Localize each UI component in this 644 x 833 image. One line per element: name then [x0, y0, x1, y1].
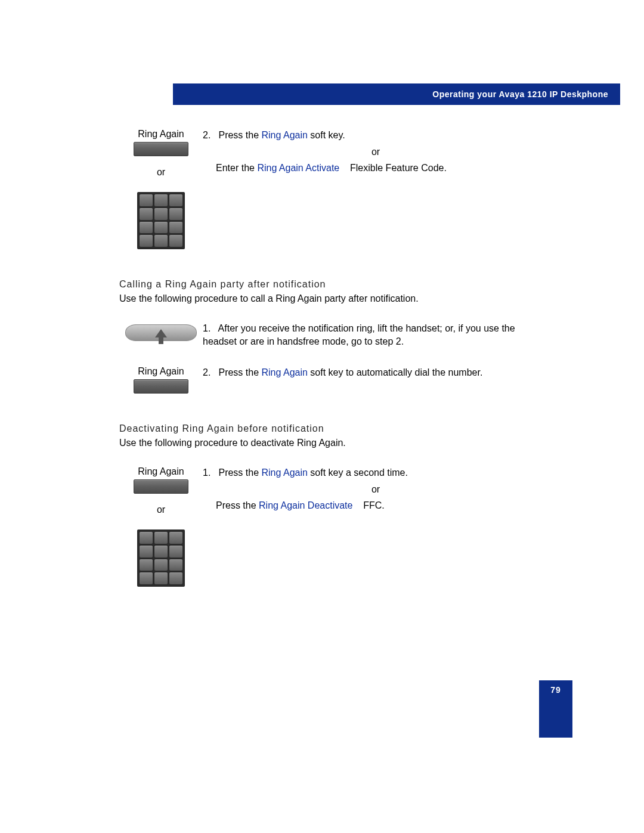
page-number-box: 79 — [539, 680, 572, 738]
step-number: 1. — [203, 466, 216, 479]
procedure-deactivate: Ring Again or 1. Press the Rin — [119, 466, 549, 587]
left-or-text: or — [119, 504, 203, 515]
softkey-label: Ring Again — [119, 129, 203, 140]
step-row: Ring Again or 2. Press the Rin — [119, 129, 549, 249]
left-column: Ring Again — [119, 366, 203, 394]
step2-post: soft key to automatically dial the numbe… — [308, 367, 482, 377]
alt-step-line: Press the Ring Again Deactivate FFC. — [203, 499, 549, 512]
step2-blue: Ring Again — [261, 367, 307, 377]
alt-post: Flexible Feature Code. — [348, 163, 447, 173]
right-column: 2. Press the Ring Again soft key to auto… — [203, 366, 549, 379]
alt-pre: Press the — [216, 500, 259, 510]
step1-pre: Press the — [218, 467, 261, 478]
section-heading: Calling a Ring Again party after notific… — [119, 279, 549, 290]
step-text-pre: Press the — [218, 130, 261, 140]
left-or-text: or — [119, 167, 203, 178]
procedure-call-after-notification: 1. After you receive the notification ri… — [119, 322, 549, 394]
alt-blue: Ring Again Activate — [257, 163, 339, 173]
softkey-label: Ring Again — [119, 466, 203, 477]
lift-handset-icon — [125, 322, 197, 348]
right-column: 1. Press the Ring Again soft key a secon… — [203, 466, 549, 512]
step2-pre: Press the — [218, 367, 261, 377]
step-row: Ring Again or 1. Press the Rin — [119, 466, 549, 587]
keypad-icon — [137, 192, 185, 249]
right-column: 1. After you receive the notification ri… — [203, 322, 549, 348]
alt-post: FFC. — [361, 500, 385, 510]
step1-post: soft key a second time. — [308, 467, 408, 478]
step-number: 2. — [203, 129, 216, 142]
alt-pre: Enter the — [216, 163, 257, 173]
or-separator: or — [203, 145, 549, 159]
document-page: Operating your Avaya 1210 IP Deskphone R… — [0, 0, 644, 833]
softkey-button-icon — [134, 479, 188, 494]
step-row: Ring Again 2. Press the Ring Again soft … — [119, 366, 549, 394]
step-text-post: soft key. — [308, 130, 345, 140]
step-number: 2. — [203, 366, 216, 379]
section-heading: Deactivating Ring Again before notificat… — [119, 423, 549, 434]
step-text-blue: Ring Again — [261, 130, 307, 140]
step-number: 1. — [203, 322, 216, 335]
header-bar: Operating your Avaya 1210 IP Deskphone — [173, 83, 620, 105]
step-line: 2. Press the Ring Again soft key. — [203, 129, 549, 142]
or-separator: or — [203, 483, 549, 496]
procedure-ring-again-activate: Ring Again or 2. Press the Rin — [119, 129, 549, 249]
alt-step-line: Enter the Ring Again Activate Flexible F… — [203, 162, 549, 175]
page-number: 79 — [550, 685, 561, 695]
step1-blue: Ring Again — [261, 467, 307, 478]
keypad-icon — [137, 529, 185, 587]
step-line: 1. Press the Ring Again soft key a secon… — [203, 466, 549, 479]
softkey-label: Ring Again — [119, 366, 203, 377]
right-column: 2. Press the Ring Again soft key. or Ent… — [203, 129, 549, 175]
softkey-button-icon — [134, 142, 188, 156]
softkey-button-icon — [134, 379, 188, 394]
left-column: Ring Again or — [119, 466, 203, 587]
left-column — [119, 322, 203, 348]
content-area: Ring Again or 2. Press the Rin — [119, 129, 549, 587]
step-row: 1. After you receive the notification ri… — [119, 322, 549, 348]
left-column: Ring Again or — [119, 129, 203, 249]
section-intro: Use the following procedure to call a Ri… — [119, 293, 549, 304]
step1-text: After you receive the notification ring,… — [203, 323, 515, 346]
header-title: Operating your Avaya 1210 IP Deskphone — [432, 89, 608, 99]
section-intro: Use the following procedure to deactivat… — [119, 438, 549, 448]
alt-blue: Ring Again Deactivate — [259, 500, 352, 510]
